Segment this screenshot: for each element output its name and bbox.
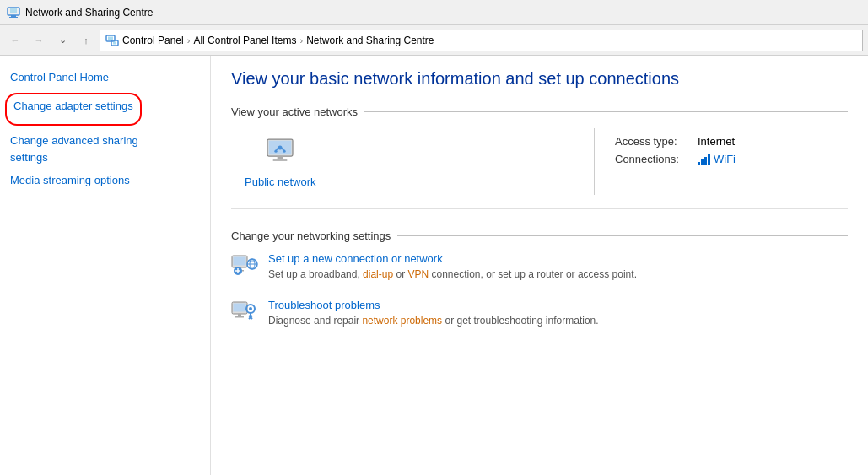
access-type-label: Access type:: [615, 135, 691, 148]
back-button[interactable]: ←: [5, 30, 25, 51]
sidebar-change-adapter-settings[interactable]: Change adapter settings: [10, 96, 137, 116]
svg-point-16: [283, 150, 286, 153]
breadcrumb-sep-2: ›: [299, 35, 303, 46]
nav-bar: ← → ⌄ ↑ Control Panel › All Control Pane…: [0, 25, 868, 56]
svg-rect-2: [11, 15, 16, 17]
sidebar-media-streaming[interactable]: Media streaming options: [10, 172, 200, 189]
svg-rect-5: [108, 36, 113, 40]
sidebar-change-advanced-sharing[interactable]: Change advanced sharingsettings: [10, 132, 138, 165]
active-networks-label: View your active networks: [231, 105, 358, 118]
setup-connection-text: Set up a new connection or network Set u…: [268, 252, 637, 282]
networks-area: Public network Access type: Internet Con…: [231, 128, 848, 209]
svg-rect-32: [235, 316, 244, 318]
title-bar-icon: [7, 6, 20, 19]
page-title: View your basic network information and …: [231, 69, 848, 89]
svg-rect-31: [238, 314, 241, 316]
svg-rect-1: [10, 8, 17, 13]
connections-row: Connections: WiFi: [615, 153, 828, 165]
breadcrumb-control-panel[interactable]: Control Panel: [122, 35, 184, 46]
troubleshoot-desc: Diagnose and repair network problems or …: [268, 315, 599, 327]
troubleshoot-title[interactable]: Troubleshoot problems: [268, 299, 599, 311]
breadcrumb-current: Network and Sharing Centre: [306, 35, 434, 46]
section-divider-1: [364, 111, 848, 112]
svg-rect-7: [113, 41, 116, 44]
troubleshoot-item: Troubleshoot problems Diagnose and repai…: [231, 299, 848, 328]
change-settings-header: Change your networking settings: [231, 229, 848, 242]
access-type-value: Internet: [698, 135, 735, 148]
main-container: Control Panel Home Change adapter settin…: [0, 56, 868, 475]
wifi-bars-icon: [698, 154, 710, 165]
access-type-row: Access type: Internet: [615, 135, 828, 148]
active-networks-header: View your active networks: [231, 105, 848, 118]
dropdown-button[interactable]: ⌄: [52, 30, 73, 51]
up-button[interactable]: ↑: [76, 30, 96, 51]
address-bar[interactable]: Control Panel › All Control Panel Items …: [100, 30, 863, 51]
title-bar-text: Network and Sharing Centre: [25, 7, 153, 19]
network-name: Public network: [245, 175, 316, 188]
change-settings-label: Change your networking settings: [231, 229, 391, 242]
network-right: Access type: Internet Connections: WiFi: [595, 128, 848, 195]
svg-rect-10: [278, 156, 283, 159]
svg-rect-11: [273, 159, 288, 161]
sidebar: Control Panel Home Change adapter settin…: [0, 56, 211, 475]
breadcrumb-sep-1: ›: [187, 35, 191, 46]
change-settings-section: Change your networking settings: [231, 229, 848, 328]
svg-point-34: [249, 307, 252, 310]
network-icon-area: Public network: [245, 135, 316, 188]
forward-button[interactable]: →: [29, 30, 49, 51]
setup-connection-item: Set up a new connection or network Set u…: [231, 252, 848, 282]
address-icon: [105, 34, 119, 47]
title-bar: Network and Sharing Centre: [0, 0, 868, 25]
network-left: Public network: [231, 128, 595, 195]
svg-rect-3: [9, 17, 18, 18]
svg-point-15: [275, 150, 278, 153]
troubleshoot-icon: [231, 299, 258, 326]
connections-label: Connections:: [615, 153, 691, 165]
network-icon: [263, 135, 297, 169]
section-divider-2: [397, 235, 848, 236]
setup-connection-icon: [231, 252, 258, 279]
setup-connection-desc: Set up a broadband, dial-up or VPN conne…: [268, 268, 637, 280]
breadcrumb-all-items[interactable]: All Control Panel Items: [193, 35, 296, 46]
wifi-link[interactable]: WiFi: [714, 153, 736, 165]
svg-rect-18: [234, 257, 246, 266]
svg-rect-30: [234, 303, 246, 311]
troubleshoot-text: Troubleshoot problems Diagnose and repai…: [268, 299, 599, 328]
setup-connection-title[interactable]: Set up a new connection or network: [268, 252, 637, 265]
sidebar-control-panel-home[interactable]: Control Panel Home: [10, 69, 200, 86]
content-area: View your basic network information and …: [211, 56, 868, 475]
